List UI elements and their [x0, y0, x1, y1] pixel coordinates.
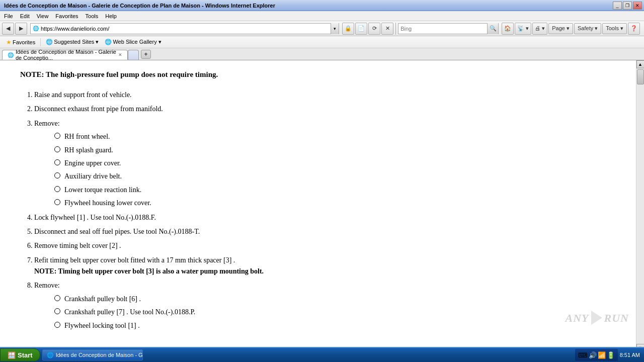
clock: 8:51 AM [620, 352, 640, 358]
list-item: Remove timing belt cover [2] . [34, 240, 616, 251]
separator [395, 23, 396, 35]
menu-file[interactable]: File [1, 12, 16, 20]
scroll-track[interactable] [637, 68, 644, 344]
tab-favicon: 🌐 [8, 52, 14, 58]
help-button[interactable]: ❓ [628, 23, 640, 35]
sub-list-item: Lower torque reaction link. [54, 185, 616, 196]
menu-bar: File Edit View Favorites Tools Help [0, 11, 644, 21]
webslice-icon: 🌐 [105, 39, 112, 45]
step-3-text: Remove: [34, 120, 60, 127]
taskbar-right: ⌨ 🔊 📶 🔋 8:51 AM [571, 349, 644, 361]
close-button[interactable]: ✕ [633, 2, 642, 10]
sub-list-item: Auxiliary drive belt. [54, 171, 616, 182]
sub-list-item: Flywheel housing lower cover. [54, 198, 616, 209]
scroll-thumb[interactable] [637, 69, 644, 84]
page-button[interactable]: Page ▾ [548, 23, 573, 34]
bullet-icon [54, 159, 60, 165]
security-lock-button[interactable]: 🔒 [342, 23, 354, 35]
sub-item-text: Crankshaft pulley bolt [6] . [64, 294, 141, 305]
sub-item-text: Flywheel housing lower cover. [64, 198, 151, 209]
system-tray: ⌨ 🔊 📶 🔋 [575, 349, 618, 361]
menu-favorites[interactable]: Favorites [52, 12, 81, 20]
forward-button[interactable]: ▶ [15, 23, 27, 35]
step-7-text: Refit timing belt upper cover bolt fitte… [34, 256, 235, 264]
step-2-text: Disconnect exhaust front pipe from manif… [34, 105, 163, 113]
print-button[interactable]: 🖨 ▾ [532, 23, 547, 35]
menu-edit[interactable]: Edit [17, 12, 33, 20]
sub-item-text: Lower torque reaction link. [64, 185, 141, 196]
search-input[interactable] [398, 26, 487, 32]
sub-item-text: RH splash guard. [64, 145, 113, 156]
scroll-up-button[interactable]: ▲ [636, 60, 645, 68]
list-item: Remove: Crankshaft pulley bolt [6] . Cra… [34, 280, 616, 331]
restore-button[interactable]: ❐ [623, 2, 632, 10]
new-tab-button[interactable]: + [141, 50, 151, 59]
toolbar: ◀ ▶ 🌐 ▾ 🔒 📄 ⟳ ✕ 🔍 🏠 📡 ▾ 🖨 ▾ Page ▾ Safet… [0, 21, 644, 36]
window-title: Idées de Conception de Maison - Galerie … [2, 3, 613, 9]
watermark-play-icon [591, 311, 602, 325]
tools-button[interactable]: Tools ▾ [602, 23, 627, 34]
safety-button[interactable]: Safety ▾ [574, 23, 601, 34]
tray-icon-4[interactable]: 🔋 [607, 351, 615, 359]
page-content: NOTE: The high-pressure fuel pump does n… [0, 60, 636, 352]
taskbar: 🪟 Start 🌐 Idées de Conception de Maison … [0, 347, 644, 362]
tray-icon-3[interactable]: 📶 [598, 351, 606, 359]
sub-list-item: Crankshaft pulley bolt [6] . [54, 294, 616, 305]
sub-item-text: Engine upper cover. [64, 158, 121, 169]
list-item: Disconnect and seal off fuel pipes. Use … [34, 226, 616, 237]
feed-button[interactable]: 📡 ▾ [515, 23, 531, 35]
back-button[interactable]: ◀ [2, 23, 14, 35]
minimize-button[interactable]: _ [613, 2, 622, 10]
bullet-icon [54, 322, 60, 328]
empty-tab[interactable] [128, 50, 139, 60]
active-tab[interactable]: 🌐 Idées de Conception de Maison - Galeri… [2, 50, 128, 60]
step-8-text: Remove: [34, 282, 60, 289]
ie-toolbar-right: 🏠 📡 ▾ 🖨 ▾ Page ▾ Safety ▾ Tools ▾ ❓ [502, 23, 642, 35]
address-dropdown[interactable]: ▾ [331, 23, 339, 34]
tray-icon-2[interactable]: 🔊 [589, 351, 597, 359]
sub-item-text: RH front wheel. [64, 131, 110, 142]
certificate-button[interactable]: 📄 [355, 23, 367, 35]
bullet-icon [54, 146, 60, 152]
refresh-button[interactable]: ⟳ [368, 23, 380, 35]
list-item: Raise and support front of vehicle. [34, 89, 616, 101]
window-controls: _ ❐ ✕ [613, 2, 642, 10]
scrollbar[interactable]: ▲ ▼ [636, 60, 644, 352]
watermark-text: ANY [566, 309, 589, 327]
start-label: Start [18, 351, 33, 359]
bullet-icon [54, 295, 60, 301]
taskbar-items: 🌐 Idées de Conception de Maison - Galeri… [40, 349, 571, 360]
bullet-icon [54, 172, 60, 178]
suggested-sites[interactable]: 🌐 Suggested Sites ▾ [44, 38, 101, 46]
stop-button[interactable]: ✕ [381, 23, 393, 35]
menu-tools[interactable]: Tools [83, 12, 102, 20]
start-button[interactable]: 🪟 Start [0, 348, 40, 361]
web-slice-gallery[interactable]: 🌐 Web Slice Gallery ▾ [103, 38, 163, 46]
taskbar-window-item[interactable]: 🌐 Idées de Conception de Maison - Galeri… [42, 349, 143, 360]
sub-list-item: Flywheel locking tool [1] . [54, 320, 616, 331]
sub-list-3: RH front wheel. RH splash guard. Engine … [34, 131, 616, 209]
ie-icon: 🌐 [46, 39, 53, 45]
sub-list-item: Crankshaft pulley [7] . Use tool No.(-).… [54, 307, 616, 318]
tray-icon-1[interactable]: ⌨ [578, 351, 588, 359]
watermark: ANY RUN [566, 309, 629, 327]
address-bar[interactable]: 🌐 ▾ [30, 23, 339, 34]
search-button[interactable]: 🔍 [487, 23, 498, 34]
sub-item-text: Flywheel locking tool [1] . [64, 320, 140, 331]
home-button[interactable]: 🏠 [502, 23, 514, 35]
tab-close-icon[interactable]: ✕ [118, 52, 122, 57]
step-1-text: Raise and support front of vehicle. [34, 91, 132, 99]
favorites-label: Favorites [13, 39, 35, 45]
address-input[interactable] [41, 26, 331, 32]
sub-item-text: Crankshaft pulley [7] . Use tool No.(-).… [64, 307, 195, 318]
menu-help[interactable]: Help [102, 12, 120, 20]
favorites-bar: ★ Favorites 🌐 Suggested Sites ▾ 🌐 Web Sl… [0, 36, 644, 48]
menu-view[interactable]: View [34, 12, 52, 20]
favorites-btn[interactable]: ★ Favorites [4, 38, 37, 47]
note-text: NOTE: The high-pressure fuel pump does n… [20, 68, 616, 80]
list-item: Lock flywheel [1] . Use tool No.(-).0188… [34, 212, 616, 223]
content-wrapper: NOTE: The high-pressure fuel pump does n… [0, 60, 644, 352]
star-icon: ★ [6, 39, 12, 46]
start-icon: 🪟 [8, 351, 16, 359]
taskbar-item-label: Idées de Conception de Maison - Galerie … [56, 352, 143, 358]
